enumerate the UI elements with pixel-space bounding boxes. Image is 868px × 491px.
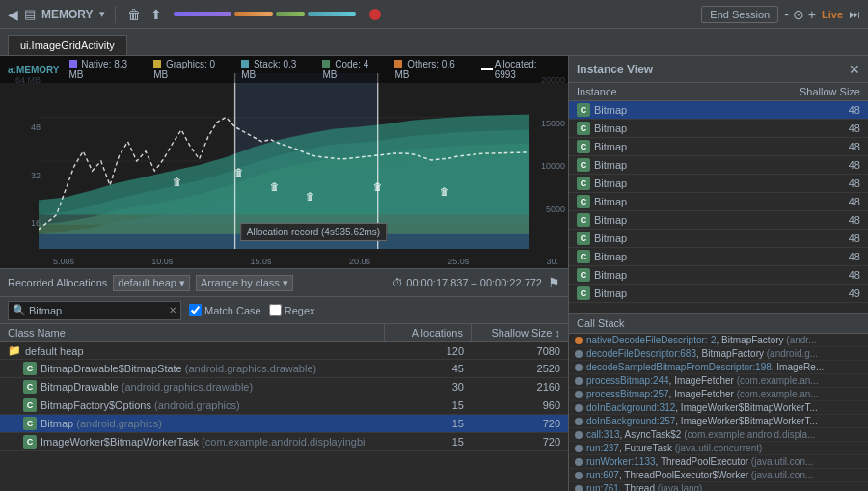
svg-text:🗑: 🗑 (173, 177, 182, 187)
memory-bar-1 (174, 12, 231, 16)
chart-area: a:MEMORY Native: 8.3 MB Graphics: 0 MB S… (0, 56, 568, 268)
cs-dot-icon (575, 337, 583, 344)
table-row[interactable]: C Bitmap (android.graphics) 15 720 (0, 415, 568, 433)
svg-text:🗑: 🗑 (270, 181, 280, 192)
zoom-reset-button[interactable]: ⊙ (793, 7, 804, 22)
match-case-checkbox[interactable]: Match Case (189, 304, 261, 316)
arrange-dropdown[interactable]: Arrange by class ▾ (196, 275, 293, 291)
separator (115, 6, 116, 23)
callstack-panel: Call Stack nativeDecodeFileDescriptor:-2… (569, 313, 868, 491)
callstack-item[interactable]: decodeSampledBitmapFromDescriptor:198, I… (569, 361, 868, 374)
class-icon: C (577, 250, 590, 263)
code-legend: Code: 4 MB (322, 59, 385, 80)
th-allocations: Allocations (385, 324, 472, 341)
export-button[interactable]: ⬆ (149, 5, 164, 24)
allocated-legend: Allocated: 6993 (481, 59, 560, 80)
table-row[interactable]: C BitmapDrawable (android.graphics.drawa… (0, 378, 568, 396)
class-icon: C (23, 380, 37, 394)
class-icon: C (23, 435, 37, 449)
tab-imagegridactivity[interactable]: ui.ImageGridActivity (8, 35, 127, 55)
dropdown-arrow-icon: ▾ (99, 8, 105, 20)
instance-row[interactable]: C Bitmap 48 (569, 230, 868, 248)
filter-icon[interactable]: ⚑ (548, 275, 560, 290)
instance-row[interactable]: C Bitmap 48 (569, 266, 868, 285)
cs-dot-icon (575, 485, 583, 491)
table-row[interactable]: 📁 default heap 120 7080 (0, 342, 568, 360)
clear-search-button[interactable]: ✕ (169, 305, 176, 315)
callstack-item[interactable]: run:237, FutureTask (java.util.concurren… (569, 442, 868, 455)
callstack-item[interactable]: processBitmap:257, ImageFetcher (com.exa… (569, 388, 868, 401)
cs-dot-icon (575, 350, 583, 358)
recording-indicator (369, 9, 381, 20)
class-name: Bitmap (android.graphics) (41, 418, 162, 429)
search-input[interactable] (29, 305, 169, 316)
top-toolbar: ◀ ▤ MEMORY ▾ 🗑 ⬆ End Session - ⊙ + Live … (0, 0, 868, 29)
end-session-button[interactable]: End Session (701, 6, 778, 23)
memory-dropdown[interactable]: ▾ (99, 8, 105, 20)
callstack-item[interactable]: decodeFileDescriptor:683, BitmapFactory … (569, 347, 868, 361)
chart-legend: a:MEMORY Native: 8.3 MB Graphics: 0 MB S… (0, 56, 568, 83)
allocations-cell: 30 (385, 379, 472, 395)
cs-dot-icon (575, 364, 583, 371)
table-row[interactable]: C BitmapDrawable$BitmapState (android.gr… (0, 360, 568, 378)
svg-text:🗑: 🗑 (234, 167, 244, 177)
th-class-name: Class Name (0, 324, 385, 341)
callstack-item[interactable]: doInBackground:312, ImageWorker$BitmapWo… (569, 401, 868, 415)
stack-legend: Stack: 0.3 MB (241, 59, 312, 80)
th-shallow: Shallow Size (781, 83, 868, 100)
shallow-size-cell: 2520 (472, 361, 568, 376)
callstack-item[interactable]: nativeDecodeFileDescriptor:-2, BitmapFac… (569, 334, 868, 347)
callstack-item[interactable]: run:761, Thread (java.lang) (569, 482, 868, 491)
back-button[interactable]: ◀ (8, 7, 18, 22)
close-instance-view-button[interactable]: ✕ (849, 62, 860, 77)
instance-row[interactable]: C Bitmap 48 (569, 101, 868, 120)
table-row[interactable]: C BitmapFactory$Options (android.graphic… (0, 396, 568, 415)
delete-button[interactable]: 🗑 (125, 5, 143, 24)
instance-row[interactable]: C Bitmap 48 (569, 120, 868, 138)
instance-row[interactable]: C Bitmap 49 (569, 285, 868, 303)
th-shallow-size: Shallow Size ↕ (472, 324, 568, 341)
cs-dot-icon (575, 391, 583, 398)
search-icon: 🔍 (13, 304, 26, 316)
native-legend: Native: 8.3 MB (69, 59, 145, 80)
table-header: Class Name Allocations Shallow Size ↕ (0, 324, 568, 342)
nav-end-button[interactable]: ⏭ (849, 8, 860, 21)
svg-text:🗑: 🗑 (306, 191, 315, 202)
class-icon: C (577, 213, 590, 227)
class-name: BitmapFactory$Options (android.graphics) (41, 399, 240, 411)
cs-dot-icon (575, 404, 583, 412)
time-range: ⏱ 00:00:17.837 – 00:00:22.772 (393, 277, 542, 288)
instance-row[interactable]: C Bitmap 48 (569, 138, 868, 156)
allocations-cell: 120 (385, 343, 472, 359)
allocations-cell: 15 (385, 434, 472, 450)
others-legend: Others: 0.6 MB (394, 59, 471, 80)
main-content: a:MEMORY Native: 8.3 MB Graphics: 0 MB S… (0, 56, 868, 491)
toolbar-title: MEMORY (41, 8, 94, 21)
memory-bar-3 (276, 12, 305, 16)
instance-row[interactable]: C Bitmap 48 (569, 193, 868, 211)
class-icon: C (577, 177, 590, 190)
callstack-item[interactable]: doInBackground:257, ImageWorker$BitmapWo… (569, 415, 868, 428)
instance-row[interactable]: C Bitmap 48 (569, 175, 868, 193)
instance-row[interactable]: C Bitmap 48 (569, 211, 868, 230)
shallow-size-cell: 720 (472, 434, 568, 450)
shallow-size-cell: 7080 (472, 343, 568, 359)
class-icon: C (23, 398, 37, 412)
table-row[interactable]: C ImageWorker$BitmapWorkerTask (com.exam… (0, 433, 568, 451)
callstack-item[interactable]: runWorker:1133, ThreadPoolExecutor (java… (569, 455, 868, 469)
callstack-item[interactable]: processBitmap:244, ImageFetcher (com.exa… (569, 374, 868, 388)
search-wrapper[interactable]: 🔍 ✕ (8, 301, 181, 320)
zoom-out-button[interactable]: - (784, 7, 789, 22)
zoom-in-button[interactable]: + (808, 7, 816, 22)
bottom-toolbar: Recorded Allocations default heap ▾ Arra… (0, 268, 568, 297)
heap-dropdown[interactable]: default heap ▾ (113, 275, 190, 291)
memory-icon: ▤ (24, 7, 36, 21)
callstack-item[interactable]: run:607, ThreadPoolExecutor$Worker (java… (569, 469, 868, 482)
instance-row[interactable]: C Bitmap 48 (569, 248, 868, 266)
regex-checkbox[interactable]: Regex (269, 304, 315, 316)
instance-row[interactable]: C Bitmap 48 (569, 156, 868, 175)
cs-dot-icon (575, 458, 583, 466)
th-instance: Instance (569, 83, 781, 100)
callstack-item[interactable]: call:313, AsyncTask$2 (com.example.andro… (569, 428, 868, 442)
recorded-allocations-label: Recorded Allocations (8, 277, 107, 288)
